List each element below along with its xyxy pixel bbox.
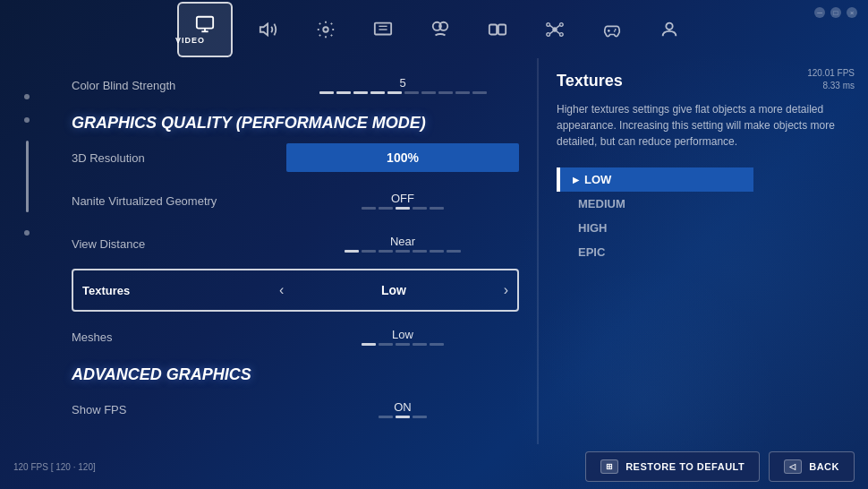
info-description: Higher textures settings give flat objec…	[557, 101, 843, 150]
svg-line-19	[557, 25, 560, 28]
graphics-quality-title: GRAPHICS QUALITY (PERFORMANCE MODE)	[72, 114, 519, 133]
vd-dash-2	[362, 250, 376, 253]
view-distance-value: Near	[390, 235, 415, 248]
back-button[interactable]: ◁ BACK	[769, 451, 855, 482]
nav-controller[interactable]	[596, 13, 628, 46]
svg-rect-0	[197, 16, 213, 28]
dash-4	[370, 91, 385, 94]
sf-dash-1	[379, 416, 393, 418]
restore-default-button[interactable]: ⊞ RESTORE TO DEFAULT	[585, 451, 760, 482]
speaker-icon	[259, 20, 278, 39]
textures-row[interactable]: Textures ‹ Low ›	[72, 269, 519, 312]
ms-value: 8.33 ms	[807, 80, 855, 92]
vd-dash-7	[447, 250, 461, 253]
svg-point-4	[323, 27, 328, 32]
nav-settings[interactable]	[310, 13, 342, 46]
top-navigation: video	[0, 0, 868, 58]
svg-rect-5	[375, 22, 391, 34]
view-distance-row: View Distance Near	[72, 226, 519, 262]
m-dash-2	[379, 343, 393, 346]
color-blind-dashes	[319, 91, 487, 94]
sidebar-scroll-indicator	[26, 141, 29, 212]
fps-info: 120 FPS [ 120 · 120]	[13, 462, 96, 472]
color-blind-value: 5	[399, 76, 405, 90]
profile-icon	[660, 20, 679, 39]
show-fps-dashes	[379, 416, 427, 418]
textures-prev-btn[interactable]: ‹	[279, 282, 284, 298]
nav-controls[interactable]	[424, 13, 456, 46]
quality-option-high[interactable]: HIGH	[557, 216, 753, 240]
back-icon: ◁	[784, 459, 802, 474]
nanite-dashes	[362, 207, 444, 210]
nav-audio[interactable]	[252, 13, 285, 46]
svg-line-20	[550, 30, 554, 33]
nav-gamepad[interactable]	[481, 13, 514, 46]
dash-2	[336, 91, 351, 94]
svg-point-15	[560, 22, 564, 26]
left-sidebar	[0, 58, 54, 489]
svg-point-26	[666, 22, 672, 29]
resolution-label: 3D Resolution	[72, 151, 286, 165]
vd-dash-1	[345, 250, 359, 253]
color-blind-row: Color Blind Strength 5	[72, 67, 519, 103]
gamepad-icon	[488, 20, 507, 39]
show-fps-control[interactable]: ON	[286, 400, 519, 418]
color-blind-slider[interactable]: 5	[286, 76, 519, 94]
sf-dash-2	[396, 416, 410, 418]
nav-profile[interactable]	[653, 13, 685, 46]
quality-option-epic[interactable]: EPIC	[557, 240, 753, 264]
nav-video[interactable]: video	[183, 7, 227, 52]
dash-5	[387, 91, 402, 94]
sidebar-dot-3	[24, 230, 30, 236]
fps-value: 120.01 FPS	[807, 67, 855, 80]
show-fps-row: Show FPS ON	[72, 391, 519, 427]
nav-display[interactable]	[367, 13, 399, 46]
m-dash-4	[413, 343, 427, 346]
info-title: Textures	[557, 72, 850, 90]
meshes-control[interactable]: Low	[286, 328, 519, 346]
textures-next-btn[interactable]: ›	[504, 282, 508, 298]
fps-counter: 120.01 FPS 8.33 ms	[807, 67, 855, 92]
resolution-value[interactable]: 100%	[286, 143, 519, 172]
quality-option-medium[interactable]: MEDIUM	[557, 192, 753, 216]
meshes-label: Meshes	[72, 330, 286, 344]
nav-network[interactable]	[539, 13, 571, 46]
svg-point-14	[547, 22, 550, 26]
sidebar-dot-2	[24, 117, 30, 123]
dash-9	[455, 91, 470, 94]
settings-panel: Color Blind Strength 5 GRAPHICS QUA	[54, 58, 537, 444]
display-icon	[373, 20, 393, 39]
sidebar-dot-1	[24, 94, 30, 99]
textures-value: Low	[381, 283, 406, 297]
quality-option-low[interactable]: LOW	[557, 167, 753, 192]
view-distance-control[interactable]: Near	[286, 235, 519, 253]
advanced-graphics-title: ADVANCED GRAPHICS	[72, 365, 519, 384]
n-dash-5	[430, 207, 444, 210]
m-dash-5	[430, 343, 444, 346]
svg-point-25	[614, 30, 616, 31]
color-blind-label: Color Blind Strength	[72, 79, 286, 92]
svg-rect-11	[498, 24, 506, 34]
svg-marker-3	[260, 23, 268, 35]
report-stats-row: Report Performance Stats Disabled	[72, 434, 519, 444]
back-label: BACK	[809, 461, 839, 472]
dash-6	[404, 91, 419, 94]
nav-video-label: video	[175, 36, 205, 45]
resolution-row: 3D Resolution 100%	[72, 140, 519, 176]
textures-control: ‹ Low ›	[279, 282, 508, 298]
svg-line-21	[557, 30, 560, 33]
info-panel: 120.01 FPS 8.33 ms Textures Higher textu…	[539, 58, 868, 444]
nanite-row: Nanite Virtualized Geometry OFF	[72, 183, 519, 219]
restore-icon: ⊞	[600, 459, 618, 474]
svg-rect-10	[489, 24, 497, 34]
svg-point-16	[547, 32, 550, 36]
dash-7	[421, 91, 436, 94]
monitor-icon	[195, 14, 215, 34]
meshes-dashes	[362, 343, 444, 346]
dash-1	[319, 91, 334, 94]
nanite-control[interactable]: OFF	[286, 192, 519, 210]
vd-dash-6	[430, 250, 444, 253]
n-dash-3	[396, 207, 410, 210]
view-distance-dashes	[345, 250, 461, 253]
m-dash-3	[396, 343, 410, 346]
